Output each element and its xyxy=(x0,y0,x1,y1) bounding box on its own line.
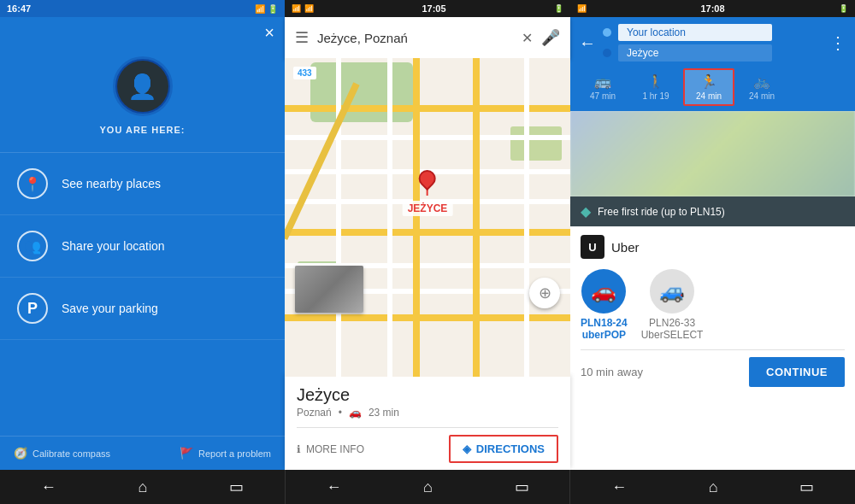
avatar-section: 👤 YOU ARE HERE: xyxy=(0,48,285,152)
nearby-label: See nearby places xyxy=(62,177,161,190)
map-search-bar: ☰ Jeżyce, Poznań ✕ 🎤 xyxy=(285,17,570,58)
back-nav-icon-3[interactable]: ← xyxy=(611,478,627,496)
park-area2 xyxy=(510,126,562,161)
save-parking-item[interactable]: P Save your parking xyxy=(0,278,285,340)
uber-promo-text: Free first ride (up to PLN15) xyxy=(598,206,725,218)
menu-items-list: 📍 See nearby places 👥 Share your locatio… xyxy=(0,152,285,436)
transport-mode-tabs: 🚌 47 min 🚶 1 hr 19 🏃 24 min 🚲 24 min xyxy=(570,68,855,111)
route-points: Your location Jeżyce xyxy=(603,24,823,62)
avatar: 👤 xyxy=(113,56,173,116)
share-label: Share your location xyxy=(62,239,165,253)
place-city: Poznań xyxy=(297,407,332,419)
run-time: 24 min xyxy=(696,91,722,101)
more-info-button[interactable]: ℹ MORE INFO xyxy=(297,443,364,455)
nav-bar-2: ← ⌂ ▭ xyxy=(286,470,571,504)
uberpop-price: PLN18-24 uberPOP xyxy=(581,317,628,341)
back-button[interactable]: ← xyxy=(579,33,596,53)
compass-button[interactable]: ⊕ xyxy=(529,278,560,308)
road-v3 xyxy=(413,58,420,377)
run-tab[interactable]: 🏃 24 min xyxy=(683,68,734,106)
map-area[interactable]: 433 JEŻYCE ⊕ xyxy=(285,58,570,377)
recent-nav-icon-3[interactable]: ▭ xyxy=(799,478,814,496)
panel-directions: 📶 17:08 🔋 ← Your location xyxy=(570,0,855,470)
place-meta: Poznań • 🚗 23 min xyxy=(297,407,558,419)
directions-button[interactable]: ◈ DIRECTIONS xyxy=(449,435,558,463)
flag-icon: 🚩 xyxy=(180,447,193,460)
back-nav-icon-1[interactable]: ← xyxy=(41,478,56,496)
uber-header: U Uber xyxy=(581,235,845,259)
pin-head xyxy=(416,166,439,190)
more-info-label: MORE INFO xyxy=(306,443,364,455)
back-nav-icon-2[interactable]: ← xyxy=(326,478,341,496)
drive-time: 23 min xyxy=(369,407,399,419)
search-mic-icon[interactable]: 🎤 xyxy=(541,28,560,47)
pin-shape xyxy=(419,170,436,197)
panel1-header: × xyxy=(0,17,285,48)
route-map-preview xyxy=(570,111,855,196)
walk-tab[interactable]: 🚶 1 hr 19 xyxy=(630,70,681,104)
from-dot xyxy=(603,28,611,37)
map-background: 433 JEŻYCE ⊕ xyxy=(285,58,570,377)
panel1-footer: 🧭 Calibrate compass 🚩 Report a problem xyxy=(0,436,285,470)
share-location-item[interactable]: 👥 Share your location xyxy=(0,215,285,278)
calibrate-compass-link[interactable]: 🧭 Calibrate compass xyxy=(14,447,110,460)
p3-time: 17:08 xyxy=(700,3,724,14)
home-nav-icon-2[interactable]: ⌂ xyxy=(423,478,433,496)
home-nav-icon-1[interactable]: ⌂ xyxy=(138,478,147,496)
location-pin: JEŻYCE xyxy=(403,170,453,216)
road-v4 xyxy=(473,58,480,377)
nav-bar-1: ← ⌂ ▭ xyxy=(0,470,286,504)
to-input[interactable]: Jeżyce xyxy=(618,44,772,62)
nav-bars: ← ⌂ ▭ ← ⌂ ▭ ← ⌂ ▭ xyxy=(0,470,855,504)
uberselect-icon: 🚙 xyxy=(650,269,694,314)
from-input[interactable]: Your location xyxy=(618,24,772,41)
report-problem-link[interactable]: 🚩 Report a problem xyxy=(180,447,271,460)
place-name: Jeżyce xyxy=(297,385,558,405)
you-are-here-label: YOU ARE HERE: xyxy=(100,125,186,135)
bus-icon: 🚌 xyxy=(594,73,611,90)
place-thumbnail xyxy=(295,266,363,313)
parking-label: Save your parking xyxy=(62,302,158,315)
bike-icon: 🚲 xyxy=(753,73,770,90)
nearby-icon: 📍 xyxy=(17,168,48,199)
separator: • xyxy=(339,407,342,419)
transit-tab[interactable]: 🚌 47 min xyxy=(577,70,628,104)
uber-logo: U xyxy=(581,235,604,259)
home-nav-icon-3[interactable]: ⌂ xyxy=(709,478,718,496)
avatar-image: 👤 xyxy=(117,61,168,112)
more-options-button[interactable]: ⋮ xyxy=(829,32,846,53)
panel-map: 📶 📶 17:05 🔋 ☰ Jeżyce, Poznań ✕ 🎤 xyxy=(285,0,570,470)
share-icon: 👥 xyxy=(17,231,48,261)
thumbnail-image xyxy=(295,266,363,313)
hamburger-menu-icon[interactable]: ☰ xyxy=(295,28,309,47)
pin-label: JEŻYCE xyxy=(403,201,453,216)
map-preview-bg xyxy=(570,111,855,196)
nearby-places-item[interactable]: 📍 See nearby places xyxy=(0,153,285,215)
walk-icon: 🚶 xyxy=(647,73,664,90)
close-button[interactable]: × xyxy=(264,24,274,41)
bike-tab[interactable]: 🚲 24 min xyxy=(736,70,787,104)
uber-name: Uber xyxy=(611,240,640,255)
recent-nav-icon-2[interactable]: ▭ xyxy=(515,478,529,496)
park-area xyxy=(310,62,413,122)
eta-text: 10 min away xyxy=(581,366,643,378)
recent-nav-icon-1[interactable]: ▭ xyxy=(229,478,244,496)
uberpop-icon: 🚗 xyxy=(581,269,626,314)
bike-time: 24 min xyxy=(749,91,775,101)
p2-time: 17:05 xyxy=(422,3,445,14)
search-query-text: Jeżyce, Poznań xyxy=(317,31,513,45)
report-label: Report a problem xyxy=(198,448,271,459)
info-icon: ℹ xyxy=(297,443,301,455)
route-from: Your location xyxy=(603,24,823,41)
search-clear-icon[interactable]: ✕ xyxy=(522,30,533,46)
uberselect-option[interactable]: 🚙 PLN26-33 UberSELECT xyxy=(641,269,704,341)
compass-icon: 🧭 xyxy=(14,447,27,460)
uber-options: 🚗 PLN18-24 uberPOP 🚙 PLN26-33 UberSELECT xyxy=(581,269,845,341)
road-v5 xyxy=(524,58,529,377)
uberpop-option[interactable]: 🚗 PLN18-24 uberPOP xyxy=(581,269,628,341)
continue-button[interactable]: CONTINUE xyxy=(749,357,845,387)
place-info-sheet: Jeżyce Poznań • 🚗 23 min ℹ MORE INFO ◈ D… xyxy=(285,377,570,470)
road-v1 xyxy=(336,58,341,377)
uber-footer: 10 min away CONTINUE xyxy=(581,349,845,387)
parking-icon: P xyxy=(17,293,48,324)
